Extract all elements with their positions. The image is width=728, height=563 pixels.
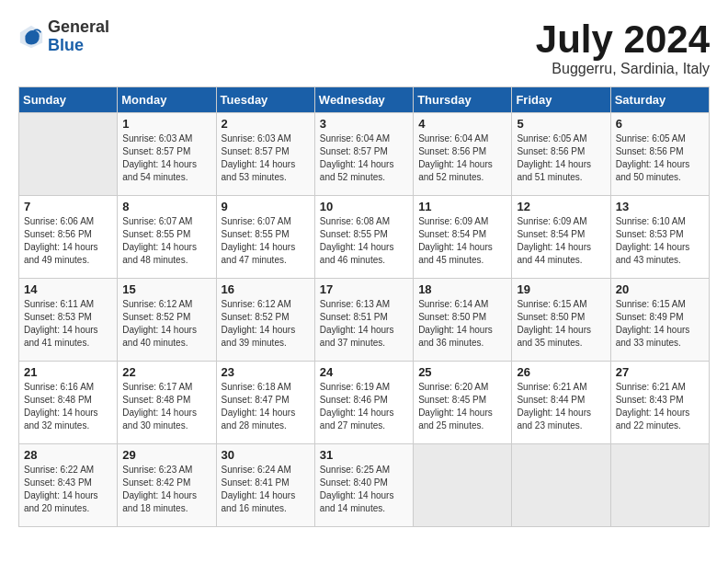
header-day: Wednesday [314,87,413,113]
cell-content: Sunrise: 6:12 AM Sunset: 8:52 PM Dayligh… [122,298,210,350]
day-number: 21 [24,365,112,379]
cell-content: Sunrise: 6:05 AM Sunset: 8:56 PM Dayligh… [616,132,704,184]
calendar-body: 1Sunrise: 6:03 AM Sunset: 8:57 PM Daylig… [19,113,710,527]
calendar-cell: 13Sunrise: 6:10 AM Sunset: 8:53 PM Dayli… [610,196,709,279]
calendar-cell: 26Sunrise: 6:21 AM Sunset: 8:44 PM Dayli… [512,362,610,444]
day-number: 11 [418,200,506,213]
cell-content: Sunrise: 6:22 AM Sunset: 8:43 PM Dayligh… [24,464,112,515]
cell-content: Sunrise: 6:07 AM Sunset: 8:55 PM Dayligh… [122,215,210,267]
calendar-cell: 3Sunrise: 6:04 AM Sunset: 8:57 PM Daylig… [314,113,413,196]
calendar-cell: 10Sunrise: 6:08 AM Sunset: 8:55 PM Dayli… [314,196,413,279]
calendar-cell: 17Sunrise: 6:13 AM Sunset: 8:51 PM Dayli… [314,279,413,362]
calendar-cell [19,113,118,196]
cell-content: Sunrise: 6:15 AM Sunset: 8:49 PM Dayligh… [616,298,704,350]
cell-content: Sunrise: 6:11 AM Sunset: 8:53 PM Dayligh… [24,298,112,350]
cell-content: Sunrise: 6:10 AM Sunset: 8:53 PM Dayligh… [616,215,704,267]
logo-text: General Blue [48,18,109,55]
calendar-cell: 18Sunrise: 6:14 AM Sunset: 8:50 PM Dayli… [414,279,512,362]
day-number: 28 [24,448,112,462]
day-number: 31 [320,448,408,462]
calendar-cell: 1Sunrise: 6:03 AM Sunset: 8:57 PM Daylig… [118,113,216,196]
calendar-header: SundayMondayTuesdayWednesdayThursdayFrid… [19,87,710,113]
day-number: 10 [320,200,408,213]
calendar-cell: 6Sunrise: 6:05 AM Sunset: 8:56 PM Daylig… [610,113,709,196]
day-number: 24 [320,365,408,379]
header-day: Saturday [610,87,709,113]
header-day: Thursday [414,87,512,113]
header-day: Sunday [19,87,118,113]
calendar-cell: 25Sunrise: 6:20 AM Sunset: 8:45 PM Dayli… [414,362,512,444]
logo: General Blue [18,18,109,55]
day-number: 23 [222,365,310,379]
calendar-cell: 21Sunrise: 6:16 AM Sunset: 8:48 PM Dayli… [19,362,118,444]
header-day: Monday [118,87,216,113]
calendar-cell: 29Sunrise: 6:23 AM Sunset: 8:42 PM Dayli… [118,444,216,527]
header-day: Friday [512,87,610,113]
cell-content: Sunrise: 6:08 AM Sunset: 8:55 PM Dayligh… [320,215,408,267]
cell-content: Sunrise: 6:12 AM Sunset: 8:52 PM Dayligh… [222,298,310,350]
cell-content: Sunrise: 6:25 AM Sunset: 8:40 PM Dayligh… [320,464,408,515]
calendar-week: 28Sunrise: 6:22 AM Sunset: 8:43 PM Dayli… [19,444,710,527]
cell-content: Sunrise: 6:24 AM Sunset: 8:41 PM Dayligh… [222,464,310,515]
day-number: 20 [616,282,704,296]
calendar-cell: 5Sunrise: 6:05 AM Sunset: 8:56 PM Daylig… [512,113,610,196]
calendar-table: SundayMondayTuesdayWednesdayThursdayFrid… [18,86,710,527]
day-number: 17 [320,282,408,296]
day-number: 8 [122,200,210,213]
header-row: SundayMondayTuesdayWednesdayThursdayFrid… [19,87,710,113]
cell-content: Sunrise: 6:03 AM Sunset: 8:57 PM Dayligh… [122,132,210,184]
day-number: 1 [122,117,210,131]
day-number: 18 [418,282,506,296]
day-number: 22 [122,365,210,379]
day-number: 7 [24,200,112,213]
day-number: 27 [616,365,704,379]
logo-general-text: General [48,17,109,36]
cell-content: Sunrise: 6:09 AM Sunset: 8:54 PM Dayligh… [517,215,605,267]
title-block: July 2024 Buggerru, Sardinia, Italy [536,18,710,77]
day-number: 16 [222,282,310,296]
day-number: 4 [418,117,506,131]
day-number: 26 [517,365,605,379]
cell-content: Sunrise: 6:21 AM Sunset: 8:43 PM Dayligh… [616,381,704,432]
cell-content: Sunrise: 6:20 AM Sunset: 8:45 PM Dayligh… [418,381,506,432]
cell-content: Sunrise: 6:18 AM Sunset: 8:47 PM Dayligh… [222,381,310,432]
day-number: 19 [517,282,605,296]
calendar-cell: 4Sunrise: 6:04 AM Sunset: 8:56 PM Daylig… [414,113,512,196]
cell-content: Sunrise: 6:23 AM Sunset: 8:42 PM Dayligh… [122,464,210,515]
cell-content: Sunrise: 6:14 AM Sunset: 8:50 PM Dayligh… [418,298,506,350]
calendar-week: 21Sunrise: 6:16 AM Sunset: 8:48 PM Dayli… [19,362,710,444]
calendar-cell: 16Sunrise: 6:12 AM Sunset: 8:52 PM Dayli… [216,279,314,362]
cell-content: Sunrise: 6:19 AM Sunset: 8:46 PM Dayligh… [320,381,408,432]
calendar-week: 14Sunrise: 6:11 AM Sunset: 8:53 PM Dayli… [19,279,710,362]
calendar-cell: 8Sunrise: 6:07 AM Sunset: 8:55 PM Daylig… [118,196,216,279]
cell-content: Sunrise: 6:16 AM Sunset: 8:48 PM Dayligh… [24,381,112,432]
page-header: General Blue July 2024 Buggerru, Sardini… [18,18,710,77]
calendar-cell [610,444,709,527]
calendar-cell: 28Sunrise: 6:22 AM Sunset: 8:43 PM Dayli… [19,444,118,527]
cell-content: Sunrise: 6:09 AM Sunset: 8:54 PM Dayligh… [418,215,506,267]
day-number: 14 [24,282,112,296]
cell-content: Sunrise: 6:03 AM Sunset: 8:57 PM Dayligh… [222,132,310,184]
calendar-week: 7Sunrise: 6:06 AM Sunset: 8:56 PM Daylig… [19,196,710,279]
day-number: 30 [222,448,310,462]
calendar-cell: 11Sunrise: 6:09 AM Sunset: 8:54 PM Dayli… [414,196,512,279]
calendar-week: 1Sunrise: 6:03 AM Sunset: 8:57 PM Daylig… [19,113,710,196]
day-number: 9 [222,200,310,213]
month-title: July 2024 [536,18,710,61]
logo-blue-text: Blue [48,36,84,54]
calendar-cell: 2Sunrise: 6:03 AM Sunset: 8:57 PM Daylig… [216,113,314,196]
calendar-cell: 30Sunrise: 6:24 AM Sunset: 8:41 PM Dayli… [216,444,314,527]
cell-content: Sunrise: 6:17 AM Sunset: 8:48 PM Dayligh… [122,381,210,432]
cell-content: Sunrise: 6:07 AM Sunset: 8:55 PM Dayligh… [222,215,310,267]
calendar-cell: 14Sunrise: 6:11 AM Sunset: 8:53 PM Dayli… [19,279,118,362]
calendar-cell [512,444,610,527]
calendar-cell: 24Sunrise: 6:19 AM Sunset: 8:46 PM Dayli… [314,362,413,444]
cell-content: Sunrise: 6:06 AM Sunset: 8:56 PM Dayligh… [24,215,112,267]
logo-icon [18,24,44,50]
cell-content: Sunrise: 6:15 AM Sunset: 8:50 PM Dayligh… [517,298,605,350]
calendar-cell: 23Sunrise: 6:18 AM Sunset: 8:47 PM Dayli… [216,362,314,444]
header-day: Tuesday [216,87,314,113]
calendar-cell: 7Sunrise: 6:06 AM Sunset: 8:56 PM Daylig… [19,196,118,279]
calendar-cell: 19Sunrise: 6:15 AM Sunset: 8:50 PM Dayli… [512,279,610,362]
cell-content: Sunrise: 6:04 AM Sunset: 8:57 PM Dayligh… [320,132,408,184]
